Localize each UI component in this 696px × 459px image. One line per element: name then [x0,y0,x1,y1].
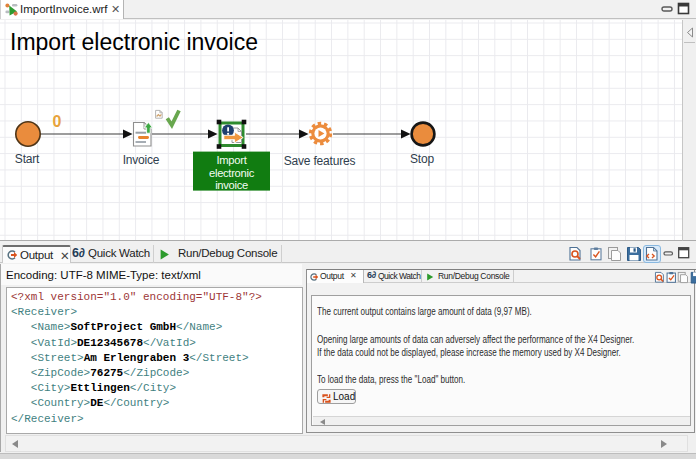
svg-text:0: 0 [53,113,62,130]
svg-text:invoice: invoice [215,179,248,191]
svg-text:electronic: electronic [209,167,255,179]
svg-text:Save features: Save features [284,154,356,168]
svg-text:Stop: Stop [410,152,434,166]
svg-text:Start: Start [15,152,40,166]
svg-text:Import: Import [217,154,248,166]
svg-text:Invoice: Invoice [123,153,160,167]
